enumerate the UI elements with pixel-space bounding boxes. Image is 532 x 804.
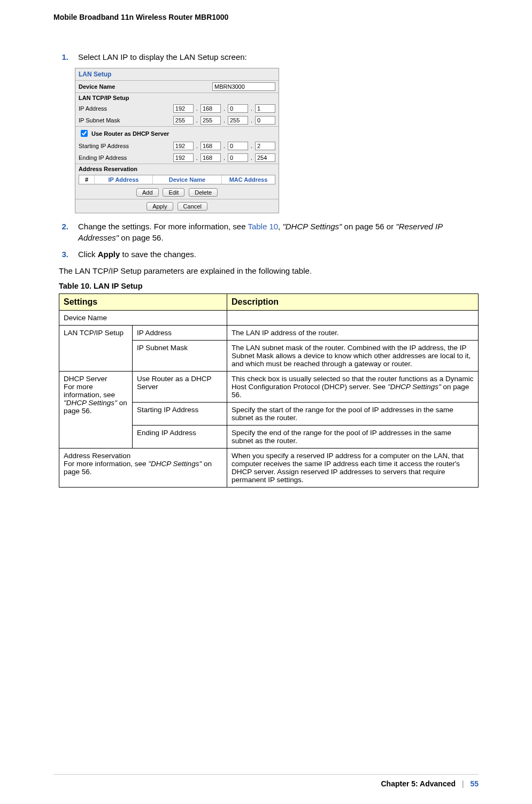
- table-row: Address Reservation For more information…: [59, 449, 479, 488]
- cell-description: [227, 311, 479, 326]
- ip-oct-2[interactable]: [201, 104, 221, 113]
- cell-settings: IP Address: [133, 326, 227, 341]
- table-row: Device Name: [59, 311, 479, 326]
- step-text: Click Apply to save the changes.: [78, 249, 479, 260]
- cell-settings: Ending IP Address: [133, 426, 227, 449]
- mask-oct-1[interactable]: [173, 116, 194, 125]
- th-description: Description: [227, 294, 479, 311]
- th-settings: Settings: [59, 294, 227, 311]
- lan-ip-setup-table: Settings Description Device Name LAN TCP…: [59, 293, 479, 488]
- paragraph: The LAN TCP/IP Setup parameters are expl…: [59, 265, 479, 276]
- lan-setup-panel: LAN Setup Device Name LAN TCP/IP Setup I…: [75, 68, 279, 213]
- dhcp-check-label: Use Router as DHCP Server: [91, 130, 169, 137]
- cell-description: Specify the start of the range for the p…: [227, 403, 479, 426]
- cancel-button[interactable]: Cancel: [178, 202, 207, 211]
- start-oct-1[interactable]: [173, 142, 194, 150]
- table-link[interactable]: Table 10: [248, 222, 278, 231]
- end-oct-1[interactable]: [173, 153, 194, 162]
- cell-description: The LAN IP address of the router.: [227, 326, 479, 341]
- col-ip: IP Address: [95, 175, 153, 184]
- add-button[interactable]: Add: [136, 188, 159, 197]
- step-text: Change the settings. For more informatio…: [78, 221, 479, 243]
- mask-oct-4[interactable]: [255, 116, 275, 125]
- cell-group: LAN TCP/IP Setup: [59, 326, 133, 372]
- end-oct-3[interactable]: [228, 153, 248, 162]
- footer-separator: |: [458, 779, 468, 788]
- ip-address-label: IP Address: [79, 105, 171, 112]
- end-ip-label: Ending IP Address: [79, 154, 171, 161]
- footer-chapter: Chapter 5: Advanced: [381, 779, 456, 788]
- step-number: 1.: [59, 51, 68, 63]
- addr-res-label: Address Reservation: [75, 164, 279, 174]
- start-oct-2[interactable]: [201, 142, 221, 150]
- cell-settings: IP Subnet Mask: [133, 341, 227, 372]
- product-header: Mobile Broadband 11n Wireless Router MBR…: [53, 13, 479, 21]
- step-number: 3.: [59, 249, 68, 260]
- end-oct-4[interactable]: [255, 153, 275, 162]
- subnet-label: IP Subnet Mask: [79, 117, 171, 123]
- step-text: Select LAN IP to display the LAN Setup s…: [78, 51, 479, 63]
- start-oct-3[interactable]: [228, 142, 248, 150]
- reservation-buttons: Add Edit Delete: [75, 185, 279, 199]
- delete-button[interactable]: Delete: [189, 188, 218, 197]
- footer-page-number: 55: [470, 779, 479, 788]
- apply-button[interactable]: Apply: [147, 202, 173, 211]
- step-3: 3. Click Apply to save the changes.: [59, 249, 479, 260]
- cell-settings: Address Reservation For more information…: [59, 449, 227, 488]
- table-caption: Table 10. LAN IP Setup: [59, 282, 479, 290]
- device-name-label: Device Name: [79, 83, 210, 90]
- panel-action-buttons: Apply Cancel: [75, 199, 279, 213]
- col-dev: Device Name: [153, 175, 222, 184]
- step-number: 2.: [59, 221, 68, 243]
- step-1: 1. Select LAN IP to display the LAN Setu…: [59, 51, 479, 63]
- ip-oct-3[interactable]: [228, 104, 248, 113]
- dhcp-checkbox[interactable]: [81, 130, 88, 137]
- device-name-input[interactable]: [212, 82, 275, 91]
- ip-oct-1[interactable]: [173, 104, 194, 113]
- footer-divider: [53, 774, 479, 775]
- cell-settings: Use Router as a DHCP Server: [133, 372, 227, 403]
- step-2: 2. Change the settings. For more informa…: [59, 221, 479, 243]
- table-row: LAN TCP/IP Setup IP Address The LAN IP a…: [59, 326, 479, 341]
- cell-description: This check box is usually selected so th…: [227, 372, 479, 403]
- start-oct-4[interactable]: [255, 142, 275, 150]
- cell-settings: Device Name: [59, 311, 227, 326]
- col-num: #: [79, 175, 95, 184]
- content-area: 1. Select LAN IP to display the LAN Setu…: [59, 51, 479, 488]
- mask-oct-3[interactable]: [228, 116, 248, 125]
- mask-oct-2[interactable]: [201, 116, 221, 125]
- cell-description: The LAN subnet mask of the router. Combi…: [227, 341, 479, 372]
- cell-description: Specify the end of the range for the poo…: [227, 426, 479, 449]
- col-mac: MAC Address: [222, 175, 275, 184]
- page: Mobile Broadband 11n Wireless Router MBR…: [0, 0, 532, 804]
- cell-description: When you specify a reserved IP address f…: [227, 449, 479, 488]
- lan-tcpip-label: LAN TCP/IP Setup: [75, 93, 279, 103]
- end-oct-2[interactable]: [201, 153, 221, 162]
- panel-title: LAN Setup: [75, 68, 279, 80]
- reservation-table-header: # IP Address Device Name MAC Address: [79, 175, 275, 184]
- cell-group: DHCP Server For more information, see "D…: [59, 372, 133, 449]
- start-ip-label: Starting IP Address: [79, 143, 171, 149]
- ip-oct-4[interactable]: [255, 104, 275, 113]
- table-row: DHCP Server For more information, see "D…: [59, 372, 479, 403]
- page-footer: Chapter 5: Advanced | 55: [0, 774, 532, 788]
- cell-settings: Starting IP Address: [133, 403, 227, 426]
- edit-button[interactable]: Edit: [163, 188, 184, 197]
